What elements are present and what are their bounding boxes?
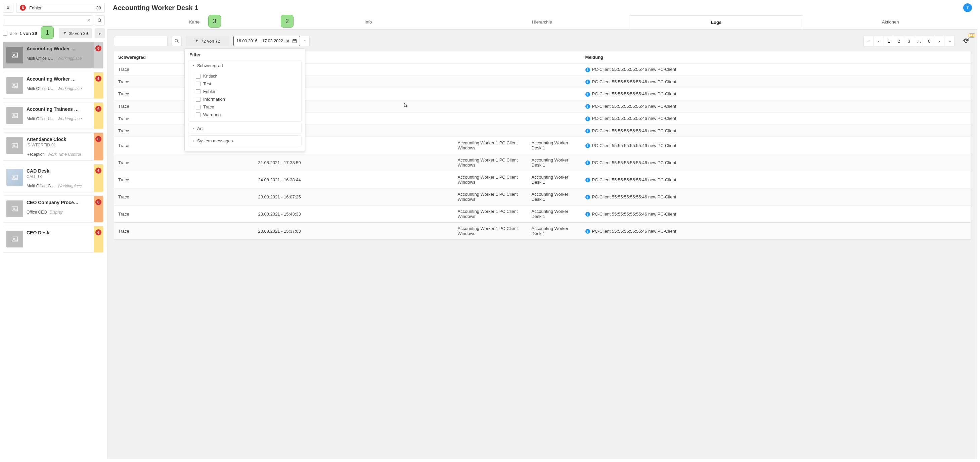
- date-range-text: 16.03.2016 – 17.03.2022: [236, 39, 283, 43]
- search-icon: [174, 39, 179, 43]
- cell-message: iPC-Client 55:55:55:55:55:46 new PC-Clie…: [581, 154, 971, 171]
- cell-source: Accounting Worker 1 PC Client Windows: [454, 137, 528, 154]
- checkbox[interactable]: [196, 97, 200, 102]
- asset-card[interactable]: Accounting Worker … Multi Office U… Work…: [3, 72, 103, 99]
- cell-source: [454, 125, 528, 137]
- asset-thumb: [6, 231, 23, 248]
- date-clear-icon[interactable]: ✕: [286, 39, 290, 44]
- asset-list[interactable]: Accounting Worker … Multi Office U… Work…: [3, 41, 105, 459]
- asset-card[interactable]: CEO Company Proce… Office CEO Display 6: [3, 195, 103, 222]
- filter-option[interactable]: Warnung: [196, 111, 298, 119]
- cell-target: Accounting Worker Desk 1: [528, 137, 581, 154]
- asset-type: Workingplace: [57, 184, 82, 188]
- filter-option[interactable]: Information: [196, 95, 298, 103]
- tab-info[interactable]: Info: [282, 16, 455, 29]
- table-row[interactable]: Trace 31.08.2021 - 17:38:59 Accounting W…: [114, 154, 971, 171]
- filter-section-art[interactable]: Art: [188, 123, 301, 133]
- sidebar-sort-button[interactable]: [95, 28, 105, 38]
- info-icon: i: [585, 104, 590, 109]
- table-row[interactable]: Trace 23.08.2021 - 15:37:03 Accounting W…: [114, 222, 971, 240]
- asset-badge: 6: [95, 76, 102, 82]
- filter-option[interactable]: Kritisch: [196, 72, 298, 80]
- collapse-sidebar-button[interactable]: [3, 3, 13, 13]
- checkbox[interactable]: [196, 113, 200, 117]
- column-header[interactable]: [454, 51, 528, 64]
- asset-thumb: [6, 169, 23, 186]
- filter-section-severity[interactable]: Schweregrad: [188, 60, 301, 71]
- pager-first[interactable]: «: [864, 36, 874, 46]
- checkbox[interactable]: [196, 74, 200, 79]
- double-chevron-down-icon: [6, 5, 10, 10]
- cell-target: Accounting Worker Desk 1: [528, 171, 581, 188]
- asset-title: CEO Company Proce…: [27, 200, 92, 205]
- image-placeholder-icon: [11, 235, 19, 243]
- filter-option[interactable]: Fehler: [196, 87, 298, 95]
- asset-type: Work Time Control: [47, 152, 81, 157]
- pager-next[interactable]: ›: [934, 36, 944, 46]
- tab-hierarchie[interactable]: Hierarchie: [455, 16, 629, 29]
- asset-card[interactable]: CEO Desk 6: [3, 225, 103, 252]
- pager-last[interactable]: »: [944, 36, 955, 46]
- cell-timestamp: 23.08.2021 - 15:37:03: [254, 222, 454, 240]
- calendar-icon[interactable]: [292, 39, 297, 43]
- logs-search-input[interactable]: [114, 39, 175, 44]
- asset-card[interactable]: Accounting Worker … Multi Office U… Work…: [3, 41, 103, 68]
- date-range-control[interactable]: 16.03.2016 – 17.03.2022 ✕: [234, 36, 300, 46]
- status-count: 39: [96, 5, 101, 10]
- asset-status-stripe: 6: [94, 72, 103, 98]
- filter-option[interactable]: Test: [196, 80, 298, 87]
- cell-target: Accounting Worker Desk 1: [528, 188, 581, 205]
- filter-section-system messages[interactable]: System messages: [188, 136, 301, 146]
- sidebar: 6 Fehler 39 × alle 1 von 39 39 von 39: [0, 0, 107, 462]
- logs-filter-label: 72 von 72: [201, 39, 220, 44]
- info-icon: i: [585, 212, 590, 217]
- page-title: Accounting Worker Desk 1: [113, 4, 198, 12]
- tab-aktionen[interactable]: Aktionen: [803, 16, 977, 29]
- info-icon: i: [585, 129, 590, 133]
- asset-card[interactable]: Attendance Clock iS-WTCRFID-01 Reception…: [3, 132, 103, 160]
- help-button[interactable]: ?: [963, 3, 972, 12]
- tab-karte[interactable]: Karte: [107, 16, 282, 29]
- logs-filter-button[interactable]: 72 von 72: [186, 36, 229, 46]
- asset-badge: 6: [95, 199, 102, 205]
- pager-prev[interactable]: ‹: [874, 36, 884, 46]
- refresh-button[interactable]: 12: [961, 36, 971, 46]
- column-header[interactable]: Meldung: [581, 51, 971, 64]
- checkbox[interactable]: [196, 89, 200, 94]
- clear-search-icon[interactable]: ×: [84, 17, 93, 24]
- sidebar-filter-button[interactable]: 39 von 39: [59, 28, 92, 38]
- asset-title: CEO Desk: [27, 230, 92, 235]
- table-row[interactable]: Trace 23.08.2021 - 16:07:25 Accounting W…: [114, 188, 971, 205]
- logs-search-button[interactable]: [172, 36, 182, 46]
- cell-message: iPC-Client 55:55:55:55:55:46 new PC-Clie…: [581, 76, 971, 88]
- filter-option[interactable]: Trace: [196, 103, 298, 111]
- select-all-checkbox[interactable]: [3, 31, 7, 36]
- sidebar-search-input[interactable]: [3, 18, 84, 23]
- pager-ellipsis[interactable]: …: [914, 36, 924, 46]
- asset-status-stripe: 6: [94, 102, 103, 129]
- filter-icon: [63, 31, 67, 35]
- table-row[interactable]: Trace 23.08.2021 - 15:43:33 Accounting W…: [114, 205, 971, 222]
- column-header[interactable]: [528, 51, 581, 64]
- sidebar-search-button[interactable]: [95, 16, 105, 25]
- pager-page[interactable]: 2: [894, 36, 904, 46]
- table-row[interactable]: Trace 24.08.2021 - 16:38:44 Accounting W…: [114, 171, 971, 188]
- checkbox[interactable]: [196, 105, 200, 110]
- cell-timestamp: 24.08.2021 - 16:38:44: [254, 171, 454, 188]
- asset-subtitle: iS-WTCRFID-01: [27, 143, 92, 148]
- pager-page[interactable]: 1: [884, 36, 894, 46]
- pager-page[interactable]: 3: [904, 36, 914, 46]
- pager-page[interactable]: 6: [924, 36, 934, 46]
- asset-card[interactable]: CAD Desk CAD_13 Multi Office G… Workingp…: [3, 164, 103, 192]
- svg-point-0: [98, 19, 101, 22]
- status-filter-pill[interactable]: 6 Fehler 39: [16, 3, 105, 13]
- date-dropdown-button[interactable]: [299, 36, 310, 46]
- cell-message: iPC-Client 55:55:55:55:55:46 new PC-Clie…: [581, 137, 971, 154]
- cell-timestamp: 23.08.2021 - 16:07:25: [254, 188, 454, 205]
- info-icon: i: [585, 116, 590, 121]
- tab-logs[interactable]: Logs: [629, 16, 804, 29]
- cell-target: [528, 100, 581, 113]
- checkbox[interactable]: [196, 82, 200, 86]
- filter-icon: [195, 39, 199, 43]
- asset-card[interactable]: Accounting Trainees … Multi Office U… Wo…: [3, 102, 103, 129]
